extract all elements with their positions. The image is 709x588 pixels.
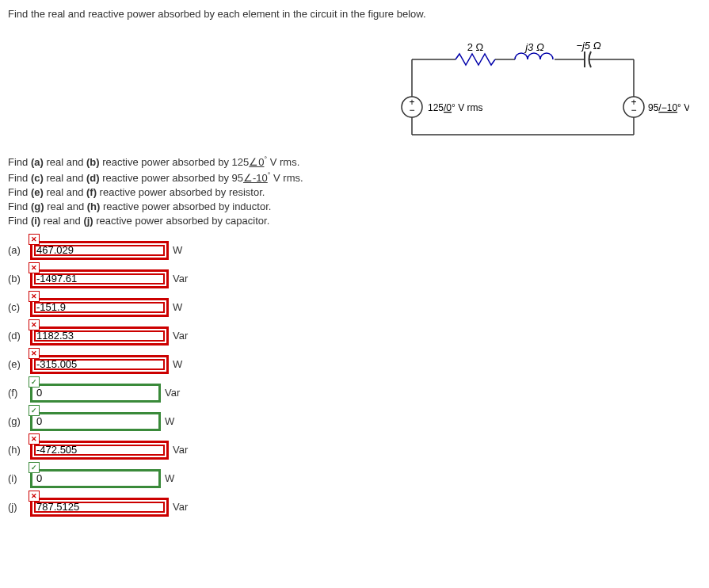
sub-questions: Find (a) real and (b) reactive power abs… (8, 155, 701, 229)
unit-label: W (173, 244, 182, 256)
check-icon: ✓ (29, 462, 40, 473)
unit-label: Var (173, 444, 188, 456)
answer-label: (b) (8, 273, 30, 284)
svg-text:−: − (409, 105, 414, 116)
answer-row-c: (c)✕W (8, 298, 701, 317)
x-icon: ✕ (29, 348, 40, 359)
answer-input-h[interactable] (30, 441, 169, 460)
x-icon: ✕ (29, 234, 40, 245)
answer-row-h: (h)✕Var (8, 441, 701, 460)
answer-input-j[interactable] (30, 498, 169, 517)
answer-input-f[interactable] (30, 384, 161, 403)
answer-input-e[interactable] (30, 355, 169, 374)
answer-input-c[interactable] (30, 298, 169, 317)
unit-label: Var (173, 273, 188, 284)
answer-row-b: (b)✕Var (8, 269, 701, 288)
unit-label: Var (173, 501, 188, 513)
src-left-label: 125/0° V rms (428, 102, 483, 113)
answer-label: (f) (8, 387, 30, 399)
unit-label: Var (165, 387, 180, 399)
answer-row-e: (e)✕W (8, 355, 701, 374)
answer-row-j: (j)✕Var (8, 498, 701, 517)
unit-label: W (165, 415, 174, 427)
x-icon: ✕ (29, 491, 40, 502)
answer-label: (d) (8, 330, 30, 342)
answer-row-d: (d)✕Var (8, 326, 701, 346)
unit-label: Var (173, 330, 188, 342)
unit-label: W (165, 472, 174, 484)
question-prompt: Find the real and reactive power absorbe… (8, 8, 701, 20)
x-icon: ✕ (29, 319, 40, 330)
c-label: −j5 Ω (576, 40, 600, 52)
src-right-label: 95/−10° V rms (648, 102, 689, 113)
check-icon: ✓ (29, 376, 40, 388)
x-icon: ✕ (29, 291, 40, 302)
answer-label: (i) (8, 472, 30, 484)
circuit-diagram: + − + − 2 Ω j3 Ω −j5 Ω 125/0° V rms 95/−… (380, 40, 689, 143)
answer-row-i: (i)✓W (8, 469, 701, 488)
answer-label: (e) (8, 358, 30, 370)
answer-row-a: (a)✕W (8, 241, 701, 260)
answer-row-f: (f)✓Var (8, 384, 701, 403)
answer-input-a[interactable] (30, 241, 169, 260)
svg-text:−: − (631, 105, 636, 116)
answers-container: (a)✕W(b)✕Var(c)✕W(d)✕Var(e)✕W(f)✓Var(g)✓… (8, 241, 701, 517)
check-icon: ✓ (29, 405, 40, 416)
answer-label: (j) (8, 501, 30, 513)
unit-label: W (173, 301, 182, 313)
unit-label: W (173, 358, 182, 370)
answer-label: (c) (8, 301, 30, 313)
answer-input-i[interactable] (30, 469, 161, 488)
x-icon: ✕ (29, 262, 40, 273)
answer-label: (h) (8, 444, 30, 456)
l-label: j3 Ω (524, 41, 544, 53)
answer-label: (a) (8, 244, 30, 256)
answer-input-d[interactable] (30, 326, 169, 346)
answer-input-g[interactable] (30, 412, 161, 431)
answer-row-g: (g)✓W (8, 412, 701, 431)
answer-label: (g) (8, 415, 30, 427)
r-label: 2 Ω (467, 41, 484, 53)
answer-input-b[interactable] (30, 269, 169, 288)
x-icon: ✕ (29, 433, 40, 445)
